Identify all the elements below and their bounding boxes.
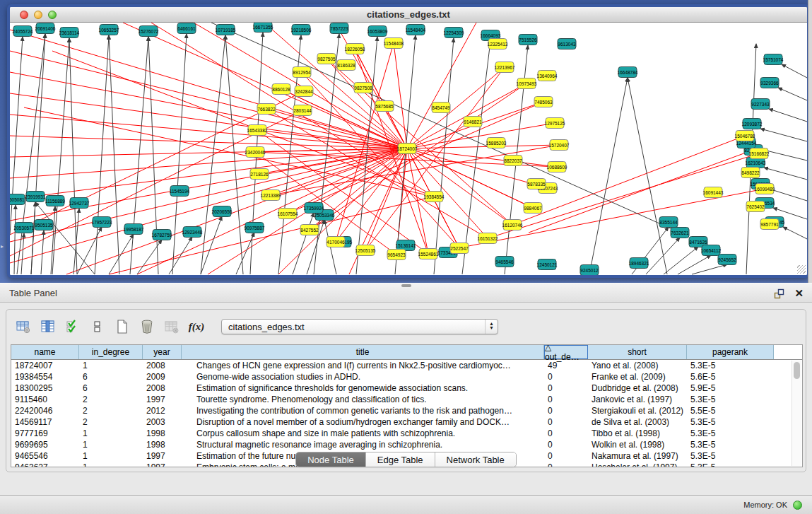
graph-node-label: 8912954 xyxy=(293,70,311,75)
column-header[interactable]: year xyxy=(143,345,182,359)
table-cell[interactable]: 1998 xyxy=(143,439,182,450)
table-cell[interactable]: Genome-wide association studies in ADHD. xyxy=(182,371,544,382)
table-cell[interactable]: 9777169 xyxy=(11,428,79,439)
table-cell[interactable]: 18724007 xyxy=(11,360,79,371)
table-row[interactable]: 911546021997Tourette syndrome. Phenomeno… xyxy=(11,394,802,405)
network-window-titlebar[interactable]: citations_edges.txt xyxy=(10,7,807,23)
tab-network-table[interactable]: Network Table xyxy=(435,452,516,467)
table-row[interactable]: 969969511998Structural magnetic resonanc… xyxy=(11,439,802,450)
table-row[interactable]: 2242004622012Investigating the contribut… xyxy=(11,405,802,416)
table-cell[interactable]: Investigating the contribution of common… xyxy=(182,405,544,416)
column-header[interactable]: short xyxy=(588,345,687,359)
function-builder-button[interactable]: f(x) xyxy=(187,317,206,337)
table-cell[interactable]: 19384554 xyxy=(11,371,79,382)
table-panel-title: Table Panel xyxy=(9,288,57,298)
table-cell[interactable]: Dudbridge et al. (2008) xyxy=(588,382,687,394)
graph-node-label: 11548404 xyxy=(406,28,426,33)
node-table: namein_degreeyeartitle△ out_de…shortpage… xyxy=(11,344,803,467)
table-cell[interactable]: 2 xyxy=(79,405,143,416)
table-cell[interactable]: Wolkin et al. (1998) xyxy=(588,439,687,450)
table-cell[interactable]: 5.3E-5 xyxy=(687,394,774,405)
table-cell[interactable]: 5.3E-5 xyxy=(687,416,774,428)
table-cell[interactable]: 9115460 xyxy=(11,394,79,405)
column-header[interactable]: pagerank xyxy=(687,345,774,359)
table-cell[interactable]: 0 xyxy=(544,428,588,439)
table-cell[interactable]: 2008 xyxy=(143,382,182,394)
table-row[interactable]: 1872400712008Changes of HCN gene express… xyxy=(11,360,802,371)
table-cell[interactable]: 0 xyxy=(544,416,588,428)
table-cell[interactable]: 18300295 xyxy=(11,382,79,394)
table-cell[interactable]: 5.3E-5 xyxy=(687,360,774,371)
table-cell[interactable]: 49 xyxy=(544,360,588,371)
table-cell[interactable]: 0 xyxy=(544,405,588,416)
table-cell[interactable]: 1 xyxy=(79,360,143,371)
window-resize-grip[interactable] xyxy=(797,265,806,274)
graph-node-label: 9884067 xyxy=(524,206,542,211)
table-row[interactable]: 1830029562008Estimation of significance … xyxy=(11,382,802,394)
table-selector-dropdown[interactable]: citations_edges.txt ▲▼ xyxy=(221,319,498,334)
table-cell[interactable]: Disruption of a novel member of a sodium… xyxy=(182,416,544,428)
new-table-button[interactable] xyxy=(112,317,132,337)
table-cell[interactable]: 5.5E-5 xyxy=(687,405,774,416)
graph-node-label: 8454749 xyxy=(432,105,450,110)
table-cell[interactable]: Estimation of significance thresholds fo… xyxy=(182,382,544,394)
table-cell[interactable]: Yano et al. (2008) xyxy=(588,360,687,371)
splitpane-collapse-arrow[interactable]: ▸ xyxy=(1,243,4,250)
table-cell[interactable]: Changes of HCN gene expression and I(f) … xyxy=(182,360,544,371)
network-view-window[interactable]: citations_edges.txt 24055724206914062361… xyxy=(7,4,810,278)
select-column-button[interactable] xyxy=(38,317,58,337)
delete-trash-button[interactable] xyxy=(137,317,157,337)
table-cell[interactable]: 2009 xyxy=(143,371,182,382)
table-cell[interactable]: de Silva et al. (2003) xyxy=(588,416,687,428)
table-cell[interactable]: 22420046 xyxy=(11,405,79,416)
table-cell[interactable]: 2003 xyxy=(143,416,182,428)
table-cell[interactable]: 5.9E-5 xyxy=(687,382,774,394)
table-cell[interactable]: 2 xyxy=(79,416,143,428)
table-row[interactable]: 977716911998Corpus callosum shape and si… xyxy=(11,428,802,439)
float-panel-icon[interactable] xyxy=(774,288,784,299)
table-cell[interactable]: 2 xyxy=(79,394,143,405)
table-cell[interactable]: Tibbo et al. (1998) xyxy=(588,428,687,439)
table-cell[interactable]: 0 xyxy=(544,394,588,405)
scrollbar-thumb[interactable] xyxy=(794,362,800,379)
table-cell[interactable]: 0 xyxy=(544,371,588,382)
citation-network-graph[interactable]: 2405572420691406236181141065325715276072… xyxy=(10,23,807,275)
table-cell[interactable]: 6 xyxy=(79,371,143,382)
table-panel-titlebar[interactable]: Table Panel ✕ xyxy=(0,283,812,303)
column-header[interactable]: in_degree xyxy=(79,345,143,359)
table-cell[interactable]: 1 xyxy=(79,439,143,450)
table-cell[interactable]: 1 xyxy=(79,428,143,439)
column-header[interactable]: △ out_de… xyxy=(544,345,588,359)
panel-drag-handle[interactable] xyxy=(401,284,411,287)
table-row[interactable]: 1456911722003Disruption of a novel membe… xyxy=(11,416,802,428)
table-cell[interactable]: 1998 xyxy=(143,428,182,439)
table-cell[interactable]: Franke et al. (2009) xyxy=(588,371,687,382)
network-canvas[interactable]: 2405572420691406236181141065325715276072… xyxy=(10,23,807,275)
table-cell[interactable]: 9699695 xyxy=(11,439,79,450)
table-cell[interactable]: 0 xyxy=(544,439,588,450)
select-rows-check-button[interactable] xyxy=(63,317,83,337)
table-cell[interactable]: 5.3E-5 xyxy=(687,439,774,450)
table-cell[interactable]: 0 xyxy=(544,382,588,394)
table-cell[interactable]: Structural magnetic resonance image aver… xyxy=(182,439,544,450)
column-header[interactable]: title xyxy=(182,345,544,359)
vertical-scrollbar[interactable] xyxy=(792,361,801,466)
table-cell[interactable]: 2008 xyxy=(143,360,182,371)
table-cell[interactable]: 14569117 xyxy=(11,416,79,428)
table-cell[interactable]: 6 xyxy=(79,382,143,394)
row-height-button[interactable] xyxy=(88,317,107,337)
table-cell[interactable]: Jankovic et al. (1997) xyxy=(588,394,687,405)
table-cell[interactable]: Tourette syndrome. Phenomenology and cla… xyxy=(182,394,544,405)
tab-edge-table[interactable]: Edge Table xyxy=(366,452,435,467)
column-header[interactable]: name xyxy=(11,345,79,359)
table-cell[interactable]: Corpus callosum shape and size in male p… xyxy=(182,428,544,439)
table-cell[interactable]: 5.6E-5 xyxy=(687,371,774,382)
table-settings-button[interactable] xyxy=(13,317,33,337)
table-row[interactable]: 1938455462009Genome-wide association stu… xyxy=(11,371,802,382)
table-cell[interactable]: 5.3E-5 xyxy=(687,428,774,439)
table-cell[interactable]: 2012 xyxy=(143,405,182,416)
tab-node-table[interactable]: Node Table xyxy=(296,452,366,467)
table-cell[interactable]: Stergiakouli et al. (2012) xyxy=(588,405,687,416)
close-panel-icon[interactable]: ✕ xyxy=(794,287,804,300)
table-cell[interactable]: 1997 xyxy=(143,394,182,405)
